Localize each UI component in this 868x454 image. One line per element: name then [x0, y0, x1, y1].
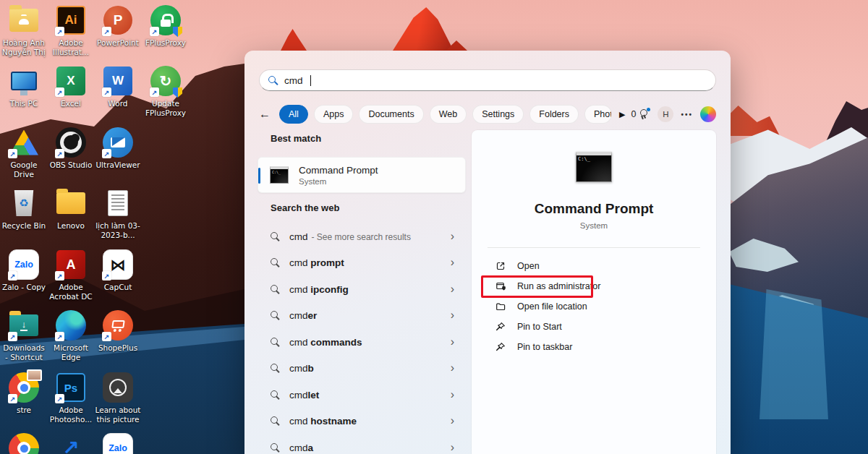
desktop-icon-label: This PC [10, 99, 38, 108]
tab-apps[interactable]: Apps [314, 105, 354, 124]
desktop-icon-capcut[interactable]: ⋈↗ CapCut [95, 249, 141, 292]
shortcut-arrow-icon: ↗ [55, 394, 64, 403]
web-suggestion-row[interactable]: cmder › [259, 302, 456, 328]
uac-shield-icon [173, 87, 182, 98]
desktop-icon-label: Adobe Photosho... [48, 406, 94, 424]
desktop-icon-excel[interactable]: X↗ Excel [48, 65, 94, 108]
action-pin-to-start[interactable]: Pin to Start [483, 317, 705, 337]
preview-title: Command Prompt [472, 201, 716, 217]
action-open-file-location[interactable]: Open file location [483, 296, 705, 317]
web-suggestion-row[interactable]: cmd- See more search results › [259, 223, 456, 249]
action-run-as-administrator[interactable]: Run as administrator [483, 276, 705, 296]
downloads-folder-icon: ↓↗ [8, 309, 40, 341]
tab-all[interactable]: All [279, 105, 308, 124]
search-input[interactable]: cmd [259, 69, 716, 91]
command-prompt-icon [270, 166, 289, 184]
desktop-icon-word[interactable]: W↗ Word [95, 65, 141, 108]
desktop-icon-label: FPlusProxy [145, 38, 186, 48]
rewards-badge[interactable]: 0 [631, 109, 650, 119]
desktop-icon-zalo-copy[interactable]: Zalo↗ Zalo - Copy [1, 249, 47, 292]
chevron-right-icon: › [451, 309, 456, 321]
web-suggestion-row[interactable]: cmd commands › [259, 329, 456, 355]
web-suggestion-row[interactable]: cmd prompt › [259, 249, 456, 275]
photoshop-icon: Ps↗ [55, 372, 87, 403]
search-icon [268, 76, 278, 85]
zalo-icon: Zalo [102, 432, 134, 454]
google-drive-icon: ↗ [8, 127, 40, 158]
desktop-icon-label: Microsoft Edge [48, 343, 94, 362]
more-filters-icon[interactable]: ▶ [619, 110, 625, 119]
desktop-icon-google-drive[interactable]: ↗ Google Drive [1, 127, 47, 179]
tab-web[interactable]: Web [430, 105, 467, 124]
shortcut-arrow-icon: ↗ [102, 27, 111, 36]
desktop-icon-downloads-shortcut[interactable]: ↓↗ Downloads - Shortcut [1, 309, 47, 362]
best-match-result[interactable]: Command Prompt System [258, 157, 466, 193]
web-suggestion-row[interactable]: cmda › [259, 434, 456, 454]
shortcut-arrow-icon: ↗ [55, 332, 64, 341]
web-suggestion-row[interactable]: cmd ipconfig › [259, 276, 456, 302]
desktop-icon-photoshop[interactable]: Ps↗ Adobe Photosho... [48, 372, 94, 424]
desktop-icon-label: CapCut [104, 283, 132, 292]
web-suggestion-row[interactable]: cmdlet › [259, 382, 456, 408]
shortcut-arrow-icon: ↗ [8, 332, 17, 341]
desktop-icon-shopeplus[interactable]: ↗ ShopePlus [95, 309, 141, 353]
web-suggestion-row[interactable]: cmd hostname › [259, 408, 456, 434]
windows-search-panel: cmd ← All Apps Documents Web Settings Fo… [244, 51, 731, 454]
tab-documents[interactable]: Documents [359, 105, 423, 124]
chevron-right-icon: › [451, 283, 456, 295]
desktop-icon-chrome[interactable] [1, 432, 47, 454]
desktop-icon-this-pc[interactable]: This PC [1, 65, 47, 108]
pin-icon [495, 341, 506, 353]
chevron-right-icon: › [451, 336, 456, 348]
preview-subtitle: System [472, 221, 716, 230]
desktop-icon-stre[interactable]: ↗ stre [1, 372, 47, 415]
tab-folders[interactable]: Folders [529, 105, 579, 124]
admin-shield-icon [495, 280, 506, 292]
document-icon [102, 187, 134, 219]
desktop-icon-schedule-document[interactable]: lịch làm 03-2023-b... [95, 187, 141, 240]
avatar[interactable]: H [658, 106, 673, 122]
desktop-icon-powerpoint[interactable]: P↗ PowerPoint [95, 4, 141, 48]
desktop-icon-recycle-bin[interactable]: ♻ Recycle Bin [1, 187, 47, 231]
shopping-cart-icon: ↗ [102, 309, 134, 341]
result-title: Command Prompt [299, 165, 378, 176]
desktop-icon-illustrator[interactable]: Ai↗ Adobe Illustrat... [48, 4, 94, 57]
desktop-icon-zalo[interactable]: Zalo [95, 432, 141, 454]
desktop-icon-label: Adobe Illustrat... [48, 38, 94, 57]
wallpaper-water-glint [760, 289, 828, 419]
copilot-icon[interactable] [700, 106, 716, 122]
search-icon [271, 311, 279, 320]
tab-photos[interactable]: Photos [584, 105, 612, 124]
tab-settings[interactable]: Settings [472, 105, 524, 124]
desktop-icon-acrobat[interactable]: A↗ Adobe Acrobat DC [48, 249, 94, 301]
uac-shield-icon [173, 27, 182, 37]
back-arrow-icon[interactable]: ← [259, 108, 273, 121]
pin-icon [495, 321, 506, 333]
desktop-icon-obs-studio[interactable]: ↗ OBS Studio [48, 127, 94, 170]
desktop-icon-edge[interactable]: ↗ Microsoft Edge [48, 309, 94, 362]
update-icon: ↻↗ [150, 65, 182, 97]
word-icon: W↗ [102, 65, 134, 97]
desktop-icon-lenovo-folder[interactable]: Lenovo [48, 187, 94, 231]
desktop-icon-label: Excel [61, 99, 81, 108]
more-options-icon[interactable]: ••• [681, 111, 693, 119]
action-pin-to-taskbar[interactable]: Pin to taskbar [483, 337, 705, 357]
desktop-icon-label: Recycle Bin [2, 221, 46, 231]
desktop-icon-user-folder[interactable]: Hoàng Anh Nguyễn Thị [1, 4, 47, 57]
shortcut-arrow-icon: ↗ [102, 149, 111, 158]
desktop-icon-fplusproxy[interactable]: ↗ FPlusProxy [142, 4, 189, 48]
web-suggestion-row[interactable]: cmdb › [259, 355, 456, 381]
desktop-icon-label: UltraViewer [95, 160, 140, 170]
search-icon [271, 232, 279, 241]
desktop-icon-ultraviewer[interactable]: ↗ UltraViewer [95, 127, 141, 170]
search-query-text: cmd [284, 75, 303, 86]
desktop-icon-update-fplusproxy[interactable]: ↻↗ Update FPlusProxy [142, 65, 189, 118]
folder-icon [495, 301, 506, 312]
shortcut-arrow-icon: ↗ [8, 394, 17, 403]
desktop-icon-learn-about-picture[interactable]: Learn about this picture [95, 372, 141, 424]
powerpoint-icon: P↗ [102, 4, 134, 36]
remote-desktop-icon: ↗ [102, 127, 134, 158]
growth-chart-icon: ↗↗ [55, 432, 87, 454]
desktop-icon-chart-app[interactable]: ↗↗ [48, 432, 94, 454]
action-open[interactable]: Open [483, 256, 705, 276]
